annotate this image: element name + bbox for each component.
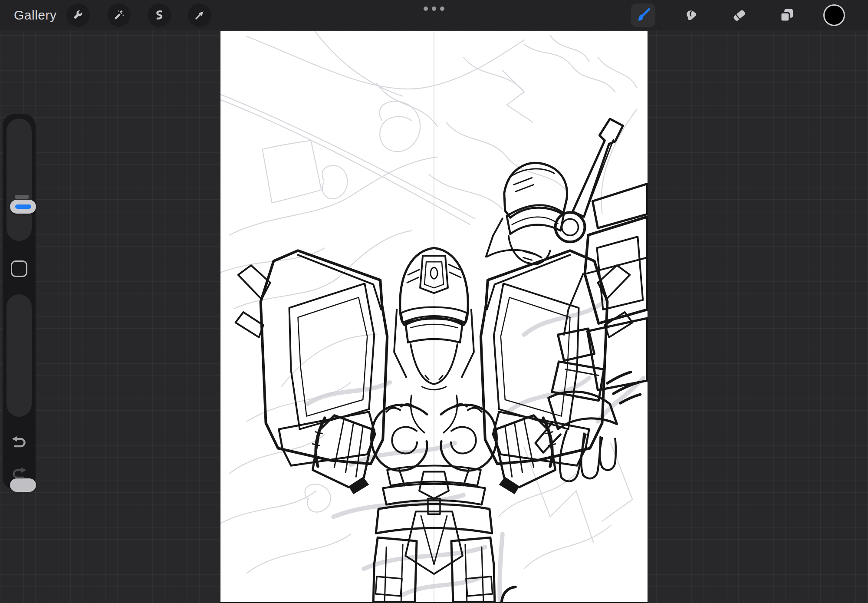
ink-layer <box>236 119 648 602</box>
slider-notch <box>15 195 29 199</box>
color-swatch-button[interactable] <box>823 4 845 26</box>
ellipsis-icon <box>440 7 444 11</box>
selection-button[interactable] <box>148 3 171 27</box>
slider-value-bar <box>15 204 31 209</box>
brush-size-handle[interactable] <box>10 200 36 214</box>
ellipsis-icon <box>432 7 436 11</box>
magic-wand-icon <box>113 9 125 21</box>
erase-tool-button[interactable] <box>727 3 751 27</box>
selection-s-icon <box>153 9 165 21</box>
redo-button[interactable] <box>11 467 27 481</box>
transform-button[interactable] <box>188 3 211 27</box>
ellipsis-icon <box>424 7 428 11</box>
brush-size-slider[interactable] <box>7 119 32 241</box>
second-robot <box>486 119 647 481</box>
smudge-finger-icon <box>682 7 700 24</box>
canvas-menu-ellipsis[interactable] <box>424 7 444 11</box>
redo-arrow-icon <box>11 467 27 481</box>
gallery-button[interactable]: Gallery <box>14 0 57 30</box>
transform-arrow-icon <box>194 9 206 21</box>
modify-button[interactable] <box>11 260 27 277</box>
sidebar-panel <box>3 114 36 489</box>
smudge-tool-button[interactable] <box>679 3 703 27</box>
layers-icon <box>778 7 796 24</box>
actions-button[interactable] <box>66 3 90 27</box>
adjustments-button[interactable] <box>107 3 131 27</box>
eraser-icon <box>730 7 748 24</box>
layers-button[interactable] <box>775 3 799 27</box>
undo-button[interactable] <box>11 435 27 450</box>
artwork-lineart: .sk{stroke:#d6d6dc;stroke-width:2.2;fill… <box>220 31 648 602</box>
wrench-icon <box>72 9 84 21</box>
top-toolbar: Gallery <box>0 0 868 30</box>
paint-tool-button[interactable] <box>631 3 655 27</box>
opacity-slider[interactable] <box>7 294 32 417</box>
undo-arrow-icon <box>11 436 27 450</box>
drawing-canvas[interactable]: .sk{stroke:#d6d6dc;stroke-width:2.2;fill… <box>220 31 648 602</box>
procreate-screen: Gallery <box>0 0 868 603</box>
paintbrush-icon <box>635 7 652 24</box>
